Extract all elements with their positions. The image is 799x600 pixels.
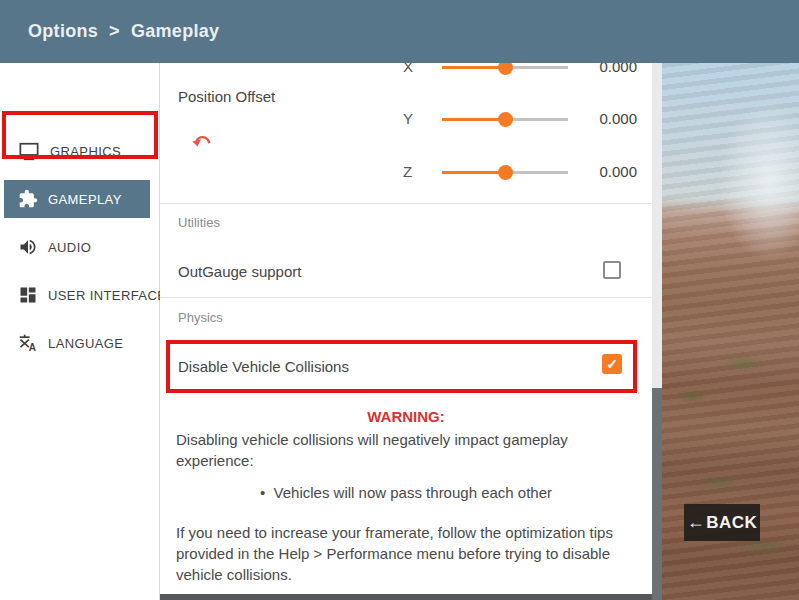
slider-z-value: 0.000 — [567, 163, 637, 180]
puzzle-icon — [18, 189, 38, 209]
warning-bullet-item: Vehicles will now pass through each othe… — [160, 484, 652, 501]
scrollbar-track[interactable] — [652, 63, 662, 600]
sidebar-item-language[interactable]: A LANGUAGE — [0, 323, 160, 363]
slider-thumb[interactable] — [498, 112, 513, 127]
breadcrumb-gameplay: Gameplay — [131, 21, 219, 42]
slider-y[interactable] — [442, 118, 568, 121]
scrollbar-thumb[interactable] — [652, 388, 662, 600]
warning-outro-text: If you need to increase your framerate, … — [176, 522, 640, 585]
axis-label-z: Z — [403, 163, 412, 180]
sidebar-item-audio[interactable]: AUDIO — [0, 227, 160, 267]
warning-title: WARNING: — [160, 408, 652, 425]
sidebar-item-graphics[interactable]: GRAPHICS — [0, 131, 160, 171]
warning-intro-text: Disabling vehicle collisions will negati… — [176, 429, 646, 471]
slider-fill — [442, 66, 505, 69]
sidebar-item-label: GRAPHICS — [50, 144, 121, 159]
sidebar-item-label: AUDIO — [48, 240, 91, 255]
slider-row-y: Y 0.000 — [160, 105, 652, 135]
axis-label-y: Y — [403, 110, 413, 127]
slider-x[interactable] — [442, 66, 568, 69]
monitor-icon — [18, 142, 40, 161]
options-screen: Options > Gameplay GRAPHICS GAMEPLAY AUD… — [0, 0, 799, 600]
position-offset-label: Position Offset — [178, 88, 275, 105]
sidebar-item-gameplay[interactable]: GAMEPLAY — [4, 180, 150, 218]
axis-label-x: X — [403, 63, 413, 75]
section-divider — [160, 203, 652, 204]
dashboard-icon — [18, 285, 38, 305]
options-sidebar: GRAPHICS GAMEPLAY AUDIO USER INTERFACE — [0, 63, 160, 600]
sidebar-item-label: LANGUAGE — [48, 336, 123, 351]
breadcrumb-options[interactable]: Options — [28, 21, 98, 42]
back-arrow-icon: ← — [687, 512, 706, 533]
outgauge-support-checkbox[interactable] — [603, 261, 621, 279]
sidebar-item-label: USER INTERFACE — [48, 288, 160, 303]
slider-fill — [442, 118, 505, 121]
slider-thumb[interactable] — [498, 165, 513, 180]
slider-z[interactable] — [442, 171, 568, 174]
header-bar: Options > Gameplay — [0, 0, 799, 63]
slider-y-value: 0.000 — [567, 110, 637, 127]
slider-row-x: X 0.000 — [160, 63, 652, 83]
slider-thumb[interactable] — [498, 63, 513, 75]
sidebar-item-user-interface[interactable]: USER INTERFACE — [0, 275, 160, 315]
disable-vehicle-collisions-checkbox[interactable] — [602, 354, 622, 374]
back-button[interactable]: ← BACK — [684, 504, 760, 541]
svg-text:A: A — [29, 342, 37, 353]
breadcrumb: Options > Gameplay — [28, 21, 219, 42]
bottom-dark-strip — [160, 594, 652, 600]
sidebar-item-label: GAMEPLAY — [48, 192, 122, 207]
slider-x-value: 0.000 — [567, 63, 637, 75]
gameplay-settings-panel: Position Offset X 0.000 Y 0.000 — [160, 63, 652, 600]
outgauge-support-label: OutGauge support — [178, 263, 301, 280]
slider-fill — [442, 171, 505, 174]
back-button-label: BACK — [706, 513, 757, 533]
physics-section-title: Physics — [178, 310, 223, 325]
translate-icon: A — [18, 333, 38, 353]
breadcrumb-separator-icon: > — [109, 21, 120, 42]
utilities-section-title: Utilities — [178, 215, 220, 230]
slider-row-z: Z 0.000 — [160, 158, 652, 188]
disable-vehicle-collisions-label: Disable Vehicle Collisions — [178, 358, 349, 375]
speaker-icon — [18, 237, 38, 257]
section-divider — [160, 297, 652, 298]
